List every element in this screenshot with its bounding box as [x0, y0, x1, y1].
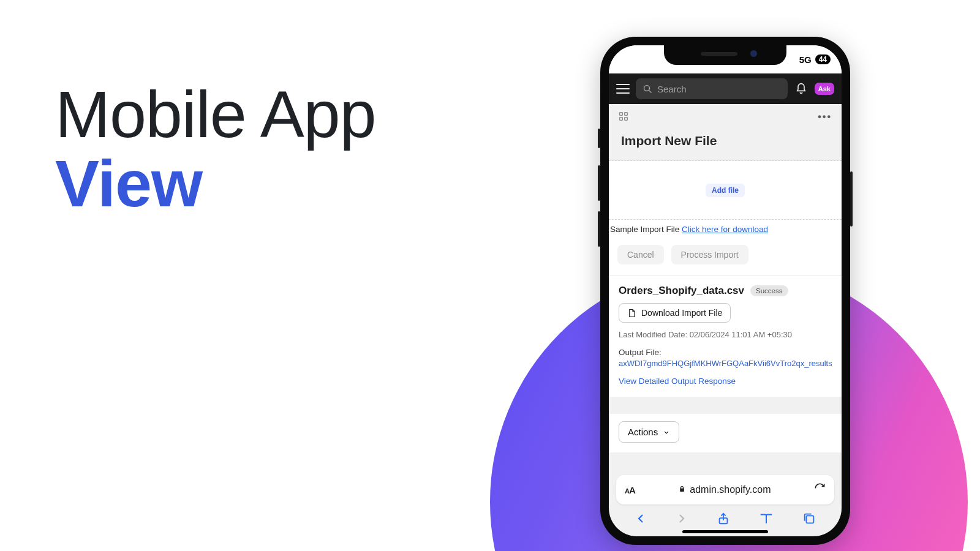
search-icon [643, 84, 652, 94]
search-input[interactable]: Search [636, 78, 788, 99]
phone-volume-up [598, 165, 600, 201]
text-size-icon[interactable]: AA [625, 485, 635, 495]
chevron-down-icon [663, 429, 670, 436]
forward-icon [676, 512, 688, 525]
home-indicator[interactable] [682, 530, 768, 533]
svg-line-1 [649, 90, 652, 92]
result-filename: Orders_Shopify_data.csv [619, 285, 744, 297]
safari-bottom-toolbar [609, 506, 842, 531]
add-file-button[interactable]: Add file [706, 184, 745, 197]
output-file-label: Output File: [619, 348, 832, 357]
hamburger-menu-icon[interactable] [616, 84, 630, 94]
svg-rect-2 [620, 112, 623, 115]
share-icon[interactable] [717, 512, 730, 525]
sample-file-label: Sample Import File [610, 225, 682, 234]
phone-silence-switch [598, 129, 600, 148]
tabs-icon[interactable] [802, 512, 816, 525]
file-dropzone[interactable]: Add file [609, 161, 842, 220]
more-menu-icon[interactable]: ••• [818, 111, 832, 122]
url-domain: admin.shopify.com [690, 484, 771, 495]
app-icon[interactable] [619, 111, 628, 123]
back-icon[interactable] [635, 512, 647, 525]
svg-rect-7 [807, 515, 814, 523]
slide-heading: Mobile App View [55, 80, 376, 219]
file-icon [627, 309, 636, 318]
svg-rect-5 [625, 117, 628, 120]
import-result-card: Orders_Shopify_data.csv Success Download… [609, 276, 842, 397]
sample-file-row: Sample Import File Click here for downlo… [609, 220, 842, 239]
svg-rect-4 [620, 117, 623, 120]
app-topbar: Search Ask [609, 73, 842, 104]
cancel-button[interactable]: Cancel [617, 245, 664, 264]
safari-url-bar[interactable]: AA admin.shopify.com [616, 475, 834, 504]
reload-icon[interactable] [814, 482, 826, 497]
page-header-row: ••• [609, 104, 842, 130]
download-button-label: Download Import File [641, 308, 722, 318]
phone-volume-down [598, 211, 600, 247]
sample-download-link[interactable]: Click here for download [682, 225, 768, 234]
phone-frame: 5G 44 Search Ask [600, 37, 850, 545]
svg-point-0 [644, 85, 650, 91]
network-label: 5G [799, 54, 812, 65]
heading-line-1: Mobile App [55, 77, 376, 151]
svg-rect-3 [625, 112, 628, 115]
view-detailed-output-link[interactable]: View Detailed Output Response [619, 377, 832, 386]
status-badge: Success [750, 285, 788, 296]
actions-label: Actions [628, 427, 658, 437]
actions-dropdown-button[interactable]: Actions [619, 421, 679, 443]
download-import-file-button[interactable]: Download Import File [619, 303, 731, 323]
battery-badge: 44 [815, 54, 831, 64]
notifications-bell-icon[interactable] [794, 81, 809, 96]
last-modified-line: Last Modified Date: 02/06/2024 11:01 AM … [619, 330, 832, 339]
bookmarks-icon[interactable] [759, 512, 774, 525]
process-import-button[interactable]: Process Import [671, 245, 748, 264]
action-button-row: Cancel Process Import [609, 239, 842, 276]
page-title: Import New File [609, 130, 842, 161]
actions-row: Actions [609, 414, 842, 452]
lock-icon [678, 485, 686, 495]
phone-notch [664, 45, 786, 65]
ask-badge[interactable]: Ask [815, 83, 834, 95]
phone-screen: 5G 44 Search Ask [609, 45, 842, 536]
search-placeholder: Search [657, 84, 687, 94]
output-file-name[interactable]: axWDI7gmd9FHQGjfMKHWrFGQAaFkVii6VvTro2qx… [619, 359, 832, 368]
heading-line-2: View [55, 146, 202, 220]
phone-power-button [850, 171, 853, 227]
section-gap [609, 397, 842, 414]
